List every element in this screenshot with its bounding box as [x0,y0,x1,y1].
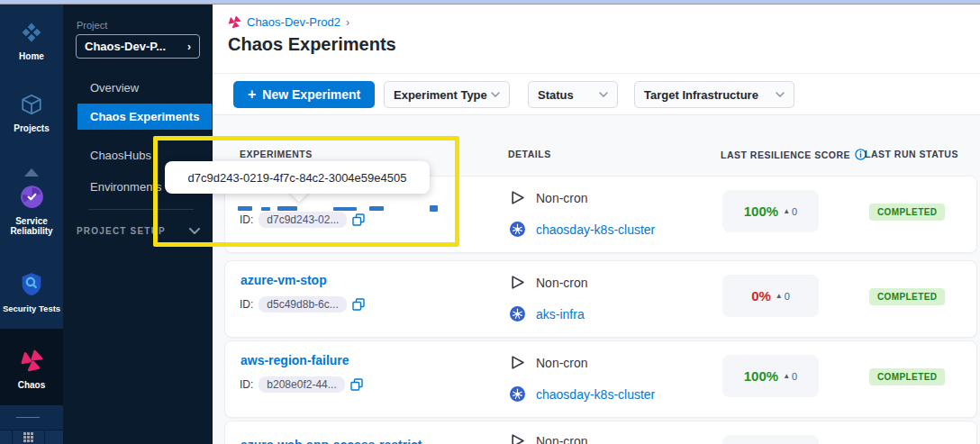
module-picker-button[interactable] [13,430,45,444]
experiment-name-link[interactable]: aws-region-failure [240,353,349,367]
window-top-strip [0,0,980,5]
status-badge: COMPLETED [869,368,945,385]
page-title: Chaos Experiments [228,34,396,55]
id-label: ID: [240,213,253,226]
grid-icon [23,432,33,442]
id-label: ID: [240,378,253,391]
project-selector-value: Chaos-Dev-P... [85,40,166,53]
rail-item-label: Home [0,51,63,61]
new-experiment-label: New Experiment [262,87,360,102]
chevron-down-icon [491,92,500,97]
column-header-experiments: EXPERIMENTS [240,149,313,159]
sidebar-item-chaos-experiments[interactable]: Chaos Experiments [77,104,212,130]
experiment-name-link[interactable]: azure-web-app-access-restrict [240,438,422,444]
obscured-experiment-name [277,206,297,211]
experiment-id-chip: d5c49d8b-6c... [259,296,346,313]
chevron-up-icon [24,168,39,177]
resilience-score-chip [722,435,819,444]
chevron-right-icon: › [187,41,191,53]
rail-item-label: Security Tests [0,304,63,313]
rail-scroll-up[interactable] [0,164,63,180]
obscured-experiment-name [261,207,270,211]
experiment-id-chip: b208e0f2-44... [259,376,344,393]
rail-item-security-tests[interactable]: Security Tests [0,272,63,313]
project-sidebar: Project Chaos-Dev-P... › Overview Chaos … [63,5,212,444]
experiment-row[interactable]: azure-web-app-access-restrict Non-cron [224,421,977,444]
chaos-icon [20,349,44,373]
app-rail: Home Projects [0,5,63,444]
rail-item-projects[interactable]: Projects [0,93,63,133]
status-badge: COMPLETED [869,204,945,221]
column-header-last-run-status: LAST RUN STATUS [865,149,958,159]
score-value: 100% [744,204,778,219]
breadcrumb: Chaos-Dev-Prod2 › [228,15,349,29]
plus-icon: + [248,86,256,103]
new-experiment-button[interactable]: + New Experiment [233,81,375,108]
sidebar-item-environments[interactable]: Environments [90,180,161,194]
rail-item-home[interactable]: Home [0,21,63,61]
chaos-experiments-page: Home Projects [0,0,980,444]
page-header: Chaos-Dev-Prod2 › Chaos Experiments [213,5,980,74]
toolbar: + New Experiment Experiment Type Status … [213,74,980,115]
schedule-type: Non-cron [536,356,588,370]
delta-up-icon: ▲ [776,292,783,300]
experiment-row[interactable]: aws-region-failure ID: b208e0f2-44... No… [224,340,977,418]
filter-experiment-type[interactable]: Experiment Type [384,81,510,108]
experiment-row[interactable]: azure-vm-stop ID: d5c49d8b-6c... Non-cro… [224,260,977,338]
rail-item-label: Service Reliability [0,216,63,236]
play-icon [510,433,525,444]
main-content: Chaos-Dev-Prod2 › Chaos Experiments + Ne… [212,5,980,444]
schedule-type: Non-cron [536,434,588,444]
bottom-bar-segment [0,430,13,444]
rail-item-service-reliability[interactable]: Service Reliability [0,185,63,236]
delta-up-icon: ▲ [783,372,790,380]
infrastructure-link[interactable]: chaosday-k8s-cluster [536,222,655,237]
schedule-type: Non-cron [536,191,588,205]
play-icon [510,190,525,205]
sidebar-item-chaoshubs[interactable]: ChaosHubs [90,149,151,162]
obscured-copy-icon [430,205,438,212]
score-value: 0% [751,288,771,304]
experiment-id-tooltip: d7c9d243-0219-4f7c-84c2-3004e59e4505 [165,161,430,194]
sidebar-item-overview[interactable]: Overview [90,81,139,95]
kubernetes-icon [510,306,525,322]
delta-up-icon: ▲ [783,207,790,215]
project-section-label: Project [77,20,107,31]
copy-icon[interactable] [350,378,363,391]
score-delta: ▲0 [783,206,797,217]
column-header-details: DETAILS [508,149,551,159]
play-icon [510,275,525,290]
filter-status[interactable]: Status [528,81,618,108]
experiment-id-chip: d7c9d243-02... [259,212,347,228]
rail-bottom-bar [0,430,63,444]
status-badge: COMPLETED [869,288,945,305]
rail-item-label: Projects [0,123,63,133]
copy-icon[interactable] [352,298,365,311]
score-value: 100% [744,368,778,384]
breadcrumb-project-link[interactable]: Chaos-Dev-Prod2 [247,15,340,29]
resilience-score-chip: 100% ▲0 [722,355,819,397]
bottom-bar-segment [45,430,63,444]
obscured-experiment-name [333,207,357,211]
kubernetes-icon [510,386,525,402]
experiment-name-link[interactable]: azure-vm-stop [240,273,327,287]
kubernetes-icon [510,222,525,237]
resilience-score-chip: 100% ▲0 [722,190,819,232]
filter-label: Experiment Type [394,88,487,102]
project-selector[interactable]: Chaos-Dev-P... › [76,34,200,59]
resilience-score-chip: 0% ▲0 [722,275,819,317]
filter-target-infrastructure[interactable]: Target Infrastructure [634,81,794,108]
sidebar-divider [88,209,194,210]
breadcrumb-separator: › [346,16,349,29]
security-tests-icon [20,272,43,296]
obscured-experiment-name [238,206,252,211]
infrastructure-link[interactable]: aks-infra [536,307,585,322]
id-label: ID: [240,298,253,311]
copy-icon[interactable] [352,213,365,226]
sidebar-project-setup[interactable]: PROJECT SETUP [77,226,200,236]
infrastructure-link[interactable]: chaosday-k8s-cluster [536,387,655,402]
service-reliability-icon [20,185,44,209]
filter-label: Status [538,88,574,102]
rail-item-chaos[interactable]: Chaos [0,349,63,390]
project-setup-label: PROJECT SETUP [77,226,166,236]
